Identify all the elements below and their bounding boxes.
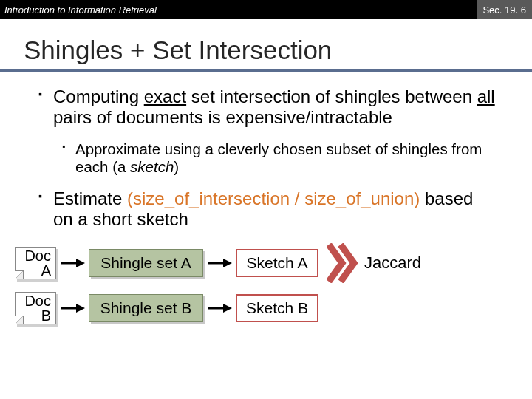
- arrow-icon: [203, 257, 236, 269]
- arrow-icon: [56, 257, 89, 269]
- arrow-icon: [56, 302, 89, 314]
- shingle-set-a: Shingle set A: [89, 249, 203, 277]
- page-fold-icon: [15, 316, 24, 324]
- svg-marker-7: [223, 304, 232, 313]
- page-fold-icon: [15, 270, 24, 279]
- doc-label: Doc: [24, 248, 51, 263]
- doc-label: A: [41, 263, 51, 278]
- text-fragment: Computing: [53, 86, 144, 106]
- section-number: Sec. 19. 6: [477, 0, 532, 19]
- svg-marker-1: [76, 259, 85, 267]
- svg-marker-5: [76, 304, 85, 313]
- sketch-b: Sketch B: [236, 294, 318, 322]
- text-fragment: set intersection of shingles between: [186, 86, 477, 106]
- doc-label: B: [41, 308, 51, 323]
- text-fragment: pairs of documents is expensive/intracta…: [53, 107, 392, 127]
- text-fragment: Estimate: [53, 188, 127, 208]
- shingle-set-b: Shingle set B: [89, 294, 203, 322]
- slide-title: Shingles + Set Intersection: [0, 19, 532, 72]
- chevron-icon: [327, 243, 358, 283]
- svg-marker-3: [223, 259, 232, 267]
- sketch-a: Sketch A: [236, 249, 318, 277]
- text-underline: exact: [144, 86, 186, 106]
- slide-header: Introduction to Information Retrieval Se…: [0, 0, 532, 19]
- bullet-main-1: Computing exact set intersection of shin…: [53, 86, 495, 127]
- doc-label: Doc: [24, 293, 51, 308]
- text-highlighted: (size_of_intersection / size_of_union): [127, 188, 420, 208]
- bullet-main-2: Estimate (size_of_intersection / size_of…: [53, 188, 495, 229]
- text-fragment: ): [174, 158, 179, 175]
- diagram-row-a: Doc A Shingle set A Sketch A Jaccard: [15, 243, 532, 283]
- arrow-icon: [203, 302, 236, 314]
- jaccard-group: Jaccard: [327, 243, 421, 283]
- text-italic: sketch: [130, 158, 174, 175]
- diagram-row-b: Doc B Shingle set B Sketch B: [15, 292, 532, 324]
- doc-b-box: Doc B: [15, 292, 56, 324]
- course-title: Introduction to Information Retrieval: [4, 4, 157, 16]
- diagram: Doc A Shingle set A Sketch A Jaccard Doc…: [15, 243, 532, 324]
- doc-a-box: Doc A: [15, 247, 56, 279]
- bullet-sub-1: Approximate using a cleverly chosen subs…: [75, 140, 495, 175]
- jaccard-label: Jaccard: [364, 253, 421, 273]
- text-underline: all: [477, 86, 495, 106]
